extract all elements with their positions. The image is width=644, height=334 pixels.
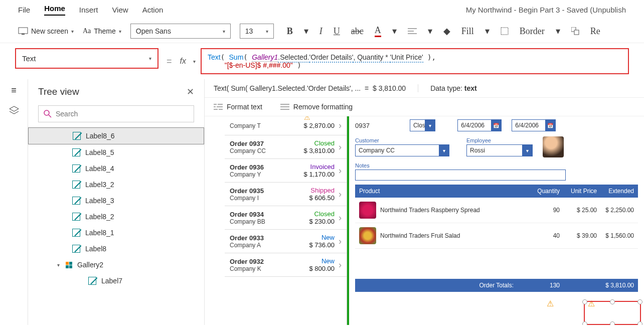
label-icon <box>72 229 80 237</box>
notes-input[interactable] <box>355 170 566 181</box>
remove-format-icon <box>280 103 289 110</box>
label-icon <box>73 132 81 140</box>
hamburger-icon[interactable]: ≡ <box>11 85 17 96</box>
label-icon <box>72 164 80 173</box>
tree-search-input[interactable] <box>56 110 189 118</box>
tree-item[interactable]: Label8_5 <box>28 144 204 160</box>
product-image <box>359 202 376 219</box>
chevron-right-icon: › <box>339 189 342 200</box>
font-color-button[interactable]: A <box>375 25 381 37</box>
search-icon <box>44 110 52 118</box>
screen-icon <box>18 27 28 35</box>
tree-item[interactable]: Label3_2 <box>28 177 204 193</box>
menu-action[interactable]: Action <box>142 6 164 14</box>
new-screen-button[interactable]: New screen▾ <box>18 27 74 35</box>
date1-picker[interactable]: 6/4/2006📅 <box>457 119 502 131</box>
canvas: ⚠Company T$ 2,870.00›Order 0937Company C… <box>205 116 644 325</box>
label-icon <box>72 197 80 205</box>
order-item[interactable]: ⚠Company T$ 2,870.00› <box>225 116 347 135</box>
menu-home[interactable]: Home <box>44 4 65 16</box>
tree-item[interactable]: Label8 <box>28 241 204 257</box>
tree-item-label: Label8_1 <box>85 229 114 237</box>
left-rail: ≡ <box>0 79 28 325</box>
italic-button[interactable]: I <box>319 26 323 37</box>
font-size-select[interactable]: 13▾ <box>240 24 274 39</box>
underline-button[interactable]: U <box>334 26 340 37</box>
menu-insert[interactable]: Insert <box>79 6 98 14</box>
menu-bar: File Home Insert View Action My Northwin… <box>0 0 644 20</box>
customer-label: Customer <box>355 137 449 143</box>
fill-button[interactable]: ◆ <box>443 26 450 37</box>
orders-gallery[interactable]: ⚠Company T$ 2,870.00›Order 0937Company C… <box>225 116 347 325</box>
label-icon <box>72 245 80 253</box>
tree-item[interactable]: Label8_1 <box>28 225 204 241</box>
bold-button[interactable]: B <box>287 26 293 37</box>
product-row[interactable]: Northwind Traders Raspberry Spread90$ 25… <box>355 198 638 223</box>
order-item[interactable]: Order 0933Company ANew$ 736.00› <box>225 230 347 253</box>
status-dropdown[interactable]: Closed▾ <box>410 119 435 131</box>
svg-rect-0 <box>19 28 28 34</box>
reorder-button[interactable] <box>571 27 579 35</box>
svg-line-9 <box>49 115 51 117</box>
font-select[interactable]: Open Sans▾ <box>130 24 231 39</box>
formula-bar[interactable]: Text( Sum( Gallery1.Selected.'Order Deta… <box>201 48 629 74</box>
close-panel-button[interactable]: ✕ <box>187 86 194 97</box>
label-icon <box>72 181 80 189</box>
tree-item[interactable]: Label8_4 <box>28 160 204 177</box>
property-select[interactable]: Text▾ <box>15 48 158 69</box>
tree-view-title: Tree view <box>38 86 79 97</box>
format-text-button[interactable]: Format text <box>214 103 262 111</box>
employee-dropdown[interactable]: Rossi▾ <box>466 144 533 156</box>
tree-item[interactable]: ▾Gallery2 <box>28 257 204 273</box>
label-icon <box>72 148 80 156</box>
product-row[interactable]: Northwind Traders Fruit Salad40$ 39.00$ … <box>355 223 638 249</box>
warning-icon: ⚠ <box>547 299 554 308</box>
tree-item[interactable]: Label7 <box>28 273 204 289</box>
tree-item[interactable]: Label8_6 <box>28 127 204 144</box>
remove-formatting-button[interactable]: Remove formatting <box>280 103 353 111</box>
order-item[interactable]: Order 0934Company BBClosed$ 230.00› <box>225 206 347 230</box>
label-icon <box>88 277 96 285</box>
employee-avatar <box>543 136 564 157</box>
tree-search[interactable] <box>38 105 194 122</box>
tree-item[interactable]: Label8_3 <box>28 193 204 209</box>
menu-file[interactable]: File <box>18 6 30 14</box>
customer-dropdown[interactable]: Company CC▾ <box>355 144 449 156</box>
order-item[interactable]: Order 0936Company YInvoiced$ 1,170.00› <box>225 159 347 183</box>
text-format-group: B▾ I U abc A▾ ▾ ◆ Fill▾ Border▾ Re <box>287 25 600 37</box>
products-header: Product Quantity Unit Price Extended <box>355 185 638 198</box>
chevron-right-icon: › <box>339 142 342 152</box>
tree-item-label: Label8 <box>85 245 106 253</box>
tree-item-label: Label8_6 <box>86 132 115 140</box>
theme-icon: Aa <box>83 27 91 35</box>
menu-view[interactable]: View <box>112 6 128 14</box>
tree-item[interactable]: Label8_2 <box>28 209 204 225</box>
warning-icon: ⚠ <box>304 116 310 121</box>
border-button[interactable] <box>501 27 509 35</box>
tree-view-panel: Tree view ✕ Label8_6Label8_5Label8_4Labe… <box>28 79 205 325</box>
right-pane: Text( Sum( Gallery1.Selected.'Order Deta… <box>205 79 644 325</box>
tree-item-label: Gallery2 <box>77 261 103 269</box>
main-area: ≡ Tree view ✕ Label8_6Label8_5Label8_4La… <box>0 79 644 325</box>
align-button[interactable] <box>408 28 417 35</box>
gallery-icon <box>66 262 72 268</box>
svg-rect-1 <box>22 34 25 35</box>
warning-icon: ⚠ <box>588 299 595 308</box>
tree-list[interactable]: Label8_6Label8_5Label8_4Label3_2Label8_3… <box>28 127 204 325</box>
order-item[interactable]: Order 0937Company CCClosed$ 3,810.00› <box>225 135 347 159</box>
employee-label: Employee <box>466 137 533 143</box>
product-image <box>359 227 376 244</box>
strike-button[interactable]: abc <box>351 26 364 37</box>
svg-rect-5 <box>501 28 508 35</box>
home-toolbar: New screen▾ Aa Theme▾ Open Sans▾ 13▾ B▾ … <box>0 20 644 43</box>
tree-view-icon[interactable] <box>9 106 20 116</box>
formula-format-bar: Format text Remove formatting <box>205 98 644 116</box>
theme-button[interactable]: Aa Theme▾ <box>83 27 121 35</box>
order-item[interactable]: Order 0932Company KNew$ 800.00› <box>225 253 347 277</box>
result-bar: Text( Sum( Gallery1.Selected.'Order Deta… <box>205 79 644 98</box>
date2-picker[interactable]: 6/4/2006📅 <box>512 119 556 131</box>
order-item[interactable]: Order 0935Company IShipped$ 606.50› <box>225 183 347 206</box>
svg-point-8 <box>44 110 49 115</box>
chevron-right-icon: › <box>339 120 342 131</box>
notes-label: Notes <box>355 162 566 169</box>
